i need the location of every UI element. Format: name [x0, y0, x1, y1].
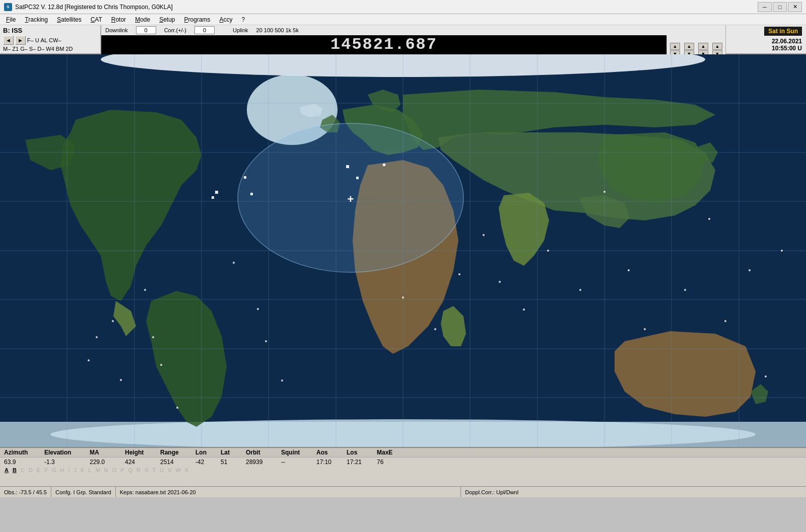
g-label: G– [20, 46, 28, 52]
alpha-btn-i[interactable]: I [68, 467, 70, 473]
alpha-btn-r[interactable]: R [136, 467, 141, 473]
value-squint: -- [281, 459, 316, 466]
value-maxe: 76 [377, 459, 402, 466]
z1-label: Z1 [12, 46, 19, 52]
corr-label: Corr.(+/-) [164, 27, 186, 33]
svg-point-41 [257, 308, 259, 310]
alpha-btn-o[interactable]: O [112, 467, 117, 473]
alpha-btn-b[interactable]: B [12, 467, 17, 473]
alpha-btn-h[interactable]: H [59, 467, 64, 473]
value-los: 17:21 [347, 459, 377, 466]
menu-help[interactable]: ? [238, 15, 249, 24]
alpha-btn-n[interactable]: N [104, 467, 109, 473]
freq-controls-area: Downlink 0 Corr.(+/-) 0 Uplink 20 100 50… [101, 25, 725, 53]
freq-up-btn-1[interactable]: ▲ [670, 43, 680, 50]
maximize-button[interactable]: □ [773, 2, 787, 12]
value-elevation: -1.3 [44, 459, 90, 466]
menu-rotor[interactable]: Rotor [107, 15, 130, 24]
header-elevation: Elevation [44, 449, 90, 456]
downlink-value[interactable]: 0 [136, 26, 156, 34]
data-headers: Azimuth Elevation MA Height Range Lon La… [0, 448, 806, 458]
alpha-btn-g[interactable]: G [51, 467, 57, 473]
config-info: Confg. I Grp. Standard [51, 487, 116, 497]
svg-point-32 [96, 336, 98, 338]
toolbar-row2: M– Z1 G– S– D– W4 BM 2D [3, 46, 97, 52]
value-azimuth: 63.9 [4, 459, 44, 466]
menu-tracking[interactable]: Tracking [21, 15, 52, 24]
svg-rect-30 [356, 177, 359, 179]
main-frequency: 145821.687 [330, 35, 437, 54]
alpha-btn-c[interactable]: C [20, 467, 25, 473]
obs-coords: Obs.: -73.5 / 45.5 [0, 487, 51, 497]
alpha-btn-p[interactable]: P [120, 467, 124, 473]
svg-point-42 [265, 340, 267, 342]
header-height: Height [125, 449, 160, 456]
svg-point-59 [765, 375, 767, 377]
m-label: M– [3, 46, 11, 52]
svg-rect-31 [383, 164, 385, 166]
svg-point-39 [176, 407, 178, 409]
menu-accy[interactable]: Accy [216, 15, 237, 24]
uplink-label: Uplink [233, 27, 248, 33]
d-label: D– [37, 46, 44, 52]
arrow-up-row-1: ▲ [670, 43, 680, 50]
header-lon: Lon [195, 449, 221, 456]
alpha-btn-f[interactable]: F [44, 467, 48, 473]
alpha-btn-d[interactable]: D [28, 467, 33, 473]
svg-point-34 [88, 359, 90, 361]
sat-in-sun-badge: Sat in Sun [764, 27, 802, 36]
svg-point-51 [579, 289, 581, 291]
bm-label: BM [56, 46, 64, 52]
prev-sat-button[interactable]: ◄ [3, 36, 14, 45]
next-sat-button[interactable]: ► [15, 36, 26, 45]
title-bar-left: S SatPC32 V. 12.8d [Registered to Chris … [4, 3, 173, 11]
al-label: AL [41, 37, 47, 43]
minimize-button[interactable]: ─ [758, 2, 772, 12]
app-icon: S [4, 3, 12, 11]
freq-up-btn-2[interactable]: ▲ [684, 43, 694, 50]
data-values: 63.9 -1.3 229.0 424 2514 -42 51 28939 --… [0, 458, 806, 467]
arrow-up-row-3: ▲ [698, 43, 708, 50]
menu-setup[interactable]: Setup [155, 15, 179, 24]
svg-point-47 [483, 234, 485, 236]
svg-point-52 [603, 191, 606, 193]
close-button[interactable]: ✕ [788, 2, 802, 12]
alpha-btn-k[interactable]: K [80, 467, 85, 473]
svg-point-38 [160, 364, 162, 366]
corr-value[interactable]: 0 [194, 26, 215, 34]
alpha-btn-v[interactable]: V [167, 467, 172, 473]
toolbar-left: B: ISS ◄ ► F– U AL CW– M– Z1 G– S– D– W4… [0, 25, 101, 53]
svg-text:+: + [348, 193, 354, 205]
svg-point-33 [112, 320, 114, 322]
alpha-btn-e[interactable]: E [36, 467, 41, 473]
menu-satellites[interactable]: Satellites [53, 15, 86, 24]
svg-point-50 [547, 250, 549, 252]
menu-mode[interactable]: Mode [131, 15, 154, 24]
menu-programs[interactable]: Programs [180, 15, 215, 24]
menu-file[interactable]: File [2, 15, 20, 24]
svg-point-53 [628, 269, 630, 271]
keps-info: Keps: nasabare.txt 2021-06-20 [116, 487, 461, 497]
header-los: Los [347, 449, 377, 456]
map-container[interactable]: + [0, 54, 806, 447]
svg-point-58 [749, 269, 751, 271]
alpha-btn-t[interactable]: T [152, 467, 156, 473]
alpha-btn-u[interactable]: U [159, 467, 164, 473]
alpha-btn-l[interactable]: L [88, 467, 92, 473]
freq-up-btn-3[interactable]: ▲ [698, 43, 708, 50]
alpha-btn-q[interactable]: Q [127, 467, 133, 473]
svg-point-37 [152, 336, 154, 338]
alpha-btn-s[interactable]: S [144, 467, 149, 473]
menu-cat[interactable]: CAT [87, 15, 106, 24]
freq-up-btn-4[interactable]: ▲ [712, 43, 722, 50]
alpha-btn-w[interactable]: W [175, 467, 181, 473]
status-bar: Obs.: -73.5 / 45.5 Confg. I Grp. Standar… [0, 486, 806, 497]
svg-point-35 [120, 379, 122, 381]
value-height: 424 [125, 459, 160, 466]
uplink-values: 20 100 500 1k 5k [256, 27, 299, 33]
alpha-btn-m[interactable]: M [95, 467, 100, 473]
value-lat: 51 [221, 459, 246, 466]
alpha-btn-x[interactable]: X [184, 467, 189, 473]
alpha-btn-j[interactable]: J [73, 467, 77, 473]
alpha-btn-a[interactable]: A [4, 467, 9, 473]
